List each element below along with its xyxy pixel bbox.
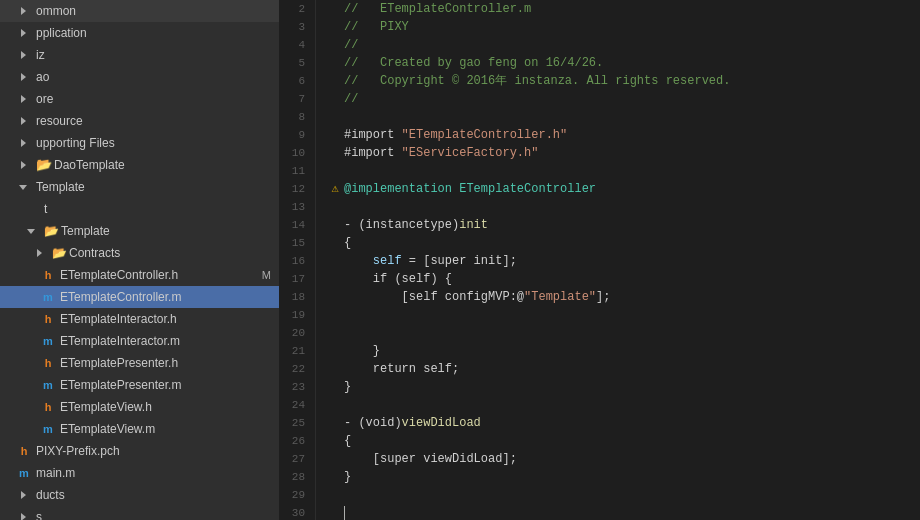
line-number: 10: [280, 144, 316, 162]
code-token: @implementation: [344, 182, 459, 196]
triangle-right-icon: [16, 91, 32, 107]
code-line: 29: [280, 486, 920, 504]
line-content[interactable]: #import "ETemplateController.h": [316, 126, 920, 144]
code-token: {: [344, 236, 351, 250]
line-content[interactable]: ⚠@implementation ETemplateController: [316, 180, 920, 198]
line-content[interactable]: //: [316, 36, 920, 54]
h-file-icon: h: [40, 355, 56, 371]
sidebar-item-pixy-prefix[interactable]: h PIXY-Prefix.pch: [0, 440, 279, 462]
line-content[interactable]: if (self) {: [316, 270, 920, 288]
line-content[interactable]: }: [316, 342, 920, 360]
no-warning: [326, 198, 344, 216]
sidebar-item-ao[interactable]: ao: [0, 66, 279, 88]
code-token: ETemplateController: [459, 182, 596, 196]
line-content[interactable]: {: [316, 234, 920, 252]
line-number: 19: [280, 306, 316, 324]
line-content[interactable]: [316, 486, 920, 504]
sidebar-item-etemplateview-h[interactable]: h ETemplateView.h: [0, 396, 279, 418]
no-warning: [326, 0, 344, 18]
sidebar-item-application[interactable]: pplication: [0, 22, 279, 44]
line-content[interactable]: self = [super init];: [316, 252, 920, 270]
sidebar-item-etemplateinteractor-m[interactable]: m ETemplateInteractor.m: [0, 330, 279, 352]
code-line: 24: [280, 396, 920, 414]
line-number: 17: [280, 270, 316, 288]
sidebar-item-etemplatecontroller-h[interactable]: h ETemplateController.h M: [0, 264, 279, 286]
code-line: 10 #import "EServiceFactory.h": [280, 144, 920, 162]
code-token: }: [344, 344, 380, 358]
line-content[interactable]: - (void)viewDidLoad: [316, 414, 920, 432]
sidebar-item-etemplateview-m[interactable]: m ETemplateView.m: [0, 418, 279, 440]
code-token: self: [344, 254, 402, 268]
line-content[interactable]: // Created by gao feng on 16/4/26.: [316, 54, 920, 72]
sidebar-item-iz[interactable]: iz: [0, 44, 279, 66]
code-line: 19: [280, 306, 920, 324]
line-content[interactable]: [316, 324, 920, 342]
line-number: 26: [280, 432, 316, 450]
code-line: 16 self = [super init];: [280, 252, 920, 270]
line-content[interactable]: //: [316, 90, 920, 108]
line-content[interactable]: [super viewDidLoad];: [316, 450, 920, 468]
line-content[interactable]: // ETemplateController.m: [316, 0, 920, 18]
line-content[interactable]: [316, 396, 920, 414]
line-number: 11: [280, 162, 316, 180]
line-number: 25: [280, 414, 316, 432]
line-number: 13: [280, 198, 316, 216]
line-content[interactable]: }: [316, 468, 920, 486]
no-warning: [326, 396, 344, 414]
line-content[interactable]: [316, 198, 920, 216]
line-number: 2: [280, 0, 316, 18]
no-warning: [326, 18, 344, 36]
sidebar-item-ore[interactable]: ore: [0, 88, 279, 110]
line-content[interactable]: #import "EServiceFactory.h": [316, 144, 920, 162]
line-content[interactable]: }: [316, 378, 920, 396]
sidebar-item-t[interactable]: t: [0, 198, 279, 220]
sidebar-item-resource[interactable]: resource: [0, 110, 279, 132]
sidebar-item-supporting[interactable]: upporting Files: [0, 132, 279, 154]
sidebar-item-template-group[interactable]: Template: [0, 176, 279, 198]
line-number: 28: [280, 468, 316, 486]
sidebar-item-contracts[interactable]: 📂 Contracts: [0, 242, 279, 264]
sidebar-item-main[interactable]: m main.m: [0, 462, 279, 484]
line-content[interactable]: // PIXY: [316, 18, 920, 36]
line-content[interactable]: [self configMVP:@"Template"];: [316, 288, 920, 306]
sidebar-item-ducts[interactable]: ducts: [0, 484, 279, 506]
sidebar-item-etemplatepresenter-h[interactable]: h ETemplatePresenter.h: [0, 352, 279, 374]
line-content[interactable]: [316, 504, 920, 520]
m-file-icon: m: [16, 465, 32, 481]
modified-badge: M: [262, 266, 271, 284]
line-content[interactable]: - (instancetype)init: [316, 216, 920, 234]
line-content[interactable]: [316, 108, 920, 126]
code-token: - (void): [344, 416, 402, 430]
sidebar-item-template-folder[interactable]: 📂 Template: [0, 220, 279, 242]
no-warning: [326, 90, 344, 108]
code-line: 27 [super viewDidLoad];: [280, 450, 920, 468]
code-token: //: [344, 38, 358, 52]
sidebar-item-label: ETemplatePresenter.m: [60, 376, 181, 394]
sidebar-item-etemplateinteractor-h[interactable]: h ETemplateInteractor.h: [0, 308, 279, 330]
sidebar-item-etemplatepresenter-m[interactable]: m ETemplatePresenter.m: [0, 374, 279, 396]
sidebar-item-label: ETemplateView.h: [60, 398, 152, 416]
code-editor[interactable]: 2 // ETemplateController.m3 // PIXY4 //5…: [280, 0, 920, 520]
triangle-right-icon: [32, 245, 48, 261]
no-warning: [326, 468, 344, 486]
code-line: 17 if (self) {: [280, 270, 920, 288]
sidebar-item-daotemplate[interactable]: 📂 DaoTemplate: [0, 154, 279, 176]
line-content[interactable]: {: [316, 432, 920, 450]
no-warning: [326, 414, 344, 432]
sidebar-item-common[interactable]: ommon: [0, 0, 279, 22]
line-content[interactable]: // Copyright © 2016年 instanza. All right…: [316, 72, 920, 90]
no-warning: [326, 342, 344, 360]
line-content[interactable]: return self;: [316, 360, 920, 378]
line-number: 5: [280, 54, 316, 72]
line-number: 4: [280, 36, 316, 54]
sidebar-item-s[interactable]: s: [0, 506, 279, 520]
sidebar-item-etemplatecontroller-m[interactable]: m ETemplateController.m: [0, 286, 279, 308]
line-content[interactable]: [316, 306, 920, 324]
sidebar-item-label: ETemplateView.m: [60, 420, 155, 438]
line-number: 22: [280, 360, 316, 378]
no-warning: [326, 324, 344, 342]
triangle-right-icon: [16, 113, 32, 129]
triangle-right-icon: [16, 47, 32, 63]
code-token: ];: [596, 290, 610, 304]
line-content[interactable]: [316, 162, 920, 180]
